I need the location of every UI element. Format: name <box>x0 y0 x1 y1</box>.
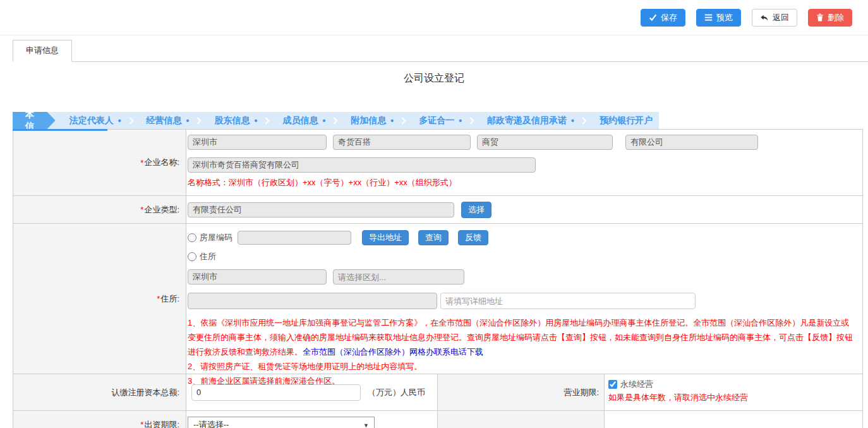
step-postal-credit[interactable]: 邮政寄递及信用承诺 <box>473 115 581 126</box>
address-row: * 住所: 房屋编码 导出地址 查询 反馈 住所 <box>13 224 862 374</box>
step-member-info[interactable]: 成员信息 <box>268 115 332 126</box>
address-street-input[interactable] <box>188 293 437 309</box>
feedback-button[interactable]: 反馈 <box>458 230 488 245</box>
perpetual-operation-checkbox[interactable] <box>608 380 617 389</box>
registration-form: * 企业名称: 名称格式：深圳市（行政区划）+xx（字号）+xx（行业）+xx（… <box>13 129 863 428</box>
toolbar: 保存 预览 返回 删除 <box>0 0 868 35</box>
business-term-label: 营业期限: <box>438 374 605 410</box>
full-company-name-input[interactable] <box>188 157 536 173</box>
required-asterisk: * <box>140 158 143 168</box>
export-address-button[interactable]: 导出地址 <box>362 230 409 245</box>
empty-content-cell <box>605 411 862 428</box>
step-business-info[interactable]: 经营信息 <box>133 115 196 126</box>
company-type-input[interactable] <box>188 202 454 217</box>
step-multi-certificate[interactable]: 多证合一 <box>405 115 468 126</box>
org-form-input[interactable] <box>625 135 758 150</box>
perpetual-operation-label: 永续经营 <box>620 379 653 390</box>
company-name-row: * 企业名称: 名称格式：深圳市（行政区划）+xx（字号）+xx（行业）+xx（… <box>13 130 862 196</box>
tab-application-info[interactable]: 申请信息 <box>13 40 72 62</box>
address-label: * 住所: <box>13 224 186 374</box>
company-registration-page: 保存 预览 返回 删除 申请信息 公司设立登记 基本信息 法定代表人 经营信息 … <box>0 0 868 428</box>
chevron-down-icon <box>363 420 369 428</box>
preview-button[interactable]: 预览 <box>696 9 741 27</box>
address-city-input[interactable] <box>188 269 327 284</box>
save-button[interactable]: 保存 <box>641 9 685 27</box>
business-term-note: 如果是具体年数，请取消选中永续经营 <box>608 392 862 403</box>
preview-button-label: 预览 <box>716 13 733 21</box>
required-asterisk: * <box>140 420 143 428</box>
address-detail-input[interactable] <box>440 293 696 309</box>
required-asterisk: * <box>157 294 160 303</box>
grid-office-phone-link[interactable]: 全市范围（深汕合作区除外）网格办联系电话下载 <box>303 347 483 357</box>
industry-input[interactable] <box>477 135 613 150</box>
save-button-label: 保存 <box>661 13 677 21</box>
list-icon <box>704 13 713 21</box>
address-radio-label: 住所 <box>200 251 216 262</box>
check-icon <box>649 13 657 21</box>
company-type-select-button[interactable]: 选择 <box>461 202 491 218</box>
company-name-label: * 企业名称: <box>13 130 186 195</box>
trade-name-input[interactable] <box>333 135 471 150</box>
house-code-radio-label: 房屋编码 <box>200 232 232 243</box>
delete-button[interactable]: 删除 <box>808 9 852 27</box>
back-button[interactable]: 返回 <box>752 9 797 27</box>
step-nav: 基本信息 法定代表人 经营信息 股东信息 成员信息 附加信息 多证合一 邮政寄递… <box>13 112 659 129</box>
required-asterisk: * <box>140 205 143 214</box>
company-type-row: * 企业类型: 选择 <box>13 196 862 224</box>
address-radio[interactable] <box>188 252 196 261</box>
house-code-radio[interactable] <box>188 233 196 242</box>
address-note-2: 2、请按照房产证、租赁凭证等场地使用证明上的地址内容填写。 <box>188 359 855 374</box>
tab-strip: 申请信息 <box>13 35 868 61</box>
step-bank-appointment[interactable]: 预约银行开户 <box>586 115 659 126</box>
back-arrow-icon <box>760 13 769 22</box>
step-basic-info[interactable]: 基本信息 <box>13 112 56 129</box>
delete-button-label: 删除 <box>828 13 844 21</box>
contribution-deadline-label: * 出资期限: <box>13 411 186 428</box>
step-legal-representative[interactable]: 法定代表人 <box>56 115 128 126</box>
house-code-input[interactable] <box>238 231 351 245</box>
contribution-deadline-row: * 出资期限: --请选择-- <box>13 411 862 428</box>
empty-label-cell <box>438 411 605 428</box>
address-note-1: 1、依据《深圳市应用统一地址库加强商事登记与监管工作方案》，在全市范围（深汕合作… <box>188 315 855 359</box>
step-additional-info[interactable]: 附加信息 <box>337 115 400 126</box>
trash-icon <box>816 13 824 21</box>
step-shareholder-info[interactable]: 股东信息 <box>200 115 263 126</box>
registered-capital-input[interactable] <box>191 384 361 401</box>
capital-term-row: 认缴注册资本总额: （万元）人民币 营业期限: 永续经营 如果是具体年数，请取消… <box>13 374 862 411</box>
registered-capital-label: 认缴注册资本总额: <box>13 374 186 410</box>
region-input[interactable] <box>188 135 327 150</box>
company-type-label: * 企业类型: <box>13 196 186 223</box>
back-button-label: 返回 <box>773 13 789 21</box>
capital-unit-label: （万元）人民币 <box>368 387 425 398</box>
address-district-input[interactable] <box>333 269 464 284</box>
contribution-deadline-select[interactable]: --请选择-- <box>188 417 375 428</box>
query-button[interactable]: 查询 <box>418 230 449 245</box>
page-title: 公司设立登记 <box>0 62 868 112</box>
name-format-note: 名称格式：深圳市（行政区划）+xx（字号）+xx（行业）+xx（组织形式） <box>188 177 857 188</box>
active-step-underline <box>13 129 107 131</box>
